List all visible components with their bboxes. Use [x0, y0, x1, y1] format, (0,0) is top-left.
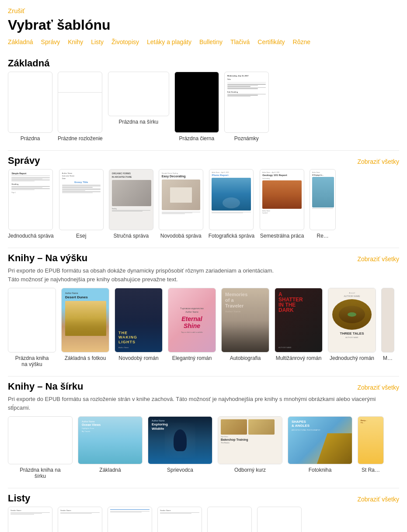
template-simple-novel[interactable]: A novel AUTHOR NAME THREE TALES AUTHOR N… [328, 288, 376, 367]
template-photobook-label: Fotokniha [309, 467, 332, 473]
template-essay[interactable]: Author Name Instructor Name Date Essay T… [59, 169, 104, 239]
books-landscape-show-all[interactable]: Zobraziť všetky [358, 384, 400, 391]
section-books-landscape-subtitle: Pri exporte do EPUB formátu sa rozloženi… [8, 395, 399, 412]
page-title: Vybrať šablónu [0, 17, 407, 38]
template-simple-novel-label: Jednoduchý román [330, 355, 374, 361]
template-recipe-partial-thumb: Recip… Ra… [358, 416, 384, 464]
template-basic-landscape-label: Základná [99, 467, 121, 473]
books-portrait-show-all[interactable]: Zobraziť všetky [358, 256, 400, 263]
template-essay-label: Esej [76, 233, 86, 239]
template-basic-photo[interactable]: Author Name Desert Dunes Základná s fotk… [61, 288, 109, 367]
template-more-book-thumb [381, 288, 394, 352]
tab-tlaciva[interactable]: Tlačivá [230, 38, 250, 45]
template-training[interactable]: Style Edition Bakeshop Training The Basi… [218, 416, 282, 479]
template-list-6[interactable] [257, 507, 302, 532]
tab-listy[interactable]: Listy [91, 38, 104, 45]
template-notes-thumb: Wednesday, July 15, 2017 Title Sub Headi… [224, 72, 269, 133]
template-basic-photo-thumb: Author Name Desert Dunes [61, 288, 109, 352]
section-books-landscape-title: Knihy – Na šírku [8, 381, 83, 392]
template-blank-layout-label: Prázdne rozloženie [58, 135, 103, 142]
nav-tabs: Základná Správy Knihy Listy Životopisy L… [0, 38, 407, 53]
section-books-landscape: Knihy – Na šírku Zobraziť všetky Pri exp… [0, 377, 407, 488]
template-simple-report[interactable]: Simple Report Heading Page 1 Jednoduchá … [8, 169, 54, 239]
template-list-5[interactable] [207, 507, 252, 532]
template-list-3-thumb [108, 507, 152, 532]
template-brief-report[interactable]: ORGANIC FORMS IN ARCHITECTURE Heading St… [109, 169, 153, 239]
template-notes-label: Poznámky [234, 135, 259, 142]
template-list-5-thumb [207, 507, 252, 532]
template-photobook-thumb: SHAPES& ANGLES ARCHITECTURAL PHOTOGRAPHY [288, 416, 352, 464]
template-recipe-partial[interactable]: Recip… Ra… St Ra… [358, 416, 384, 479]
template-modern-report[interactable]: Simple Home Styling Easy Decorating Novo… [159, 169, 203, 239]
basic-templates-row: Prázdna Prázdne rozloženie Prázdna na ší… [8, 72, 399, 142]
template-blank-landscape-wrap: Prázdna na šírku [108, 72, 169, 125]
template-semester[interactable]: Author Name — April 5, 2020 Geology 101 … [260, 169, 304, 239]
section-books-portrait-subtitle: Pri exporte do EPUB formátu sa obsah dok… [8, 266, 399, 283]
template-autobiography[interactable]: Memoriesof aTraveler Author Name Autobio… [221, 288, 269, 367]
section-basic-title: Základná [8, 58, 49, 69]
template-guide[interactable]: Author Name ExploringWildlife Sprievodca [148, 416, 212, 479]
template-blank-landscape-label: Prázdna na šírku [118, 119, 158, 125]
template-modern-novel[interactable]: THEWAKINGLIGHTS Author Name Novodobý rom… [115, 288, 163, 367]
template-photo-report[interactable]: Author Name — April 5, 2020 Photo Report… [209, 169, 254, 239]
template-semester-label: Semestrálna práca [260, 233, 304, 239]
template-recipe-partial-label: St Ra… [362, 467, 380, 473]
template-list-6-thumb [257, 507, 302, 532]
template-blank-landscape[interactable]: Prázdna na šírku [108, 72, 169, 142]
template-multigenre-thumb: ASHATTERIN THEDARK AUTHOR NAME [275, 288, 323, 352]
template-blank-black[interactable]: Prázdna čierna [174, 72, 219, 142]
template-list-2-thumb: Sender Name [58, 507, 102, 532]
template-list-2[interactable]: Sender Name [58, 507, 102, 532]
tab-bulletiny[interactable]: Bulletiny [199, 38, 223, 45]
template-blank[interactable]: Prázdna [8, 72, 52, 142]
template-blank-landscape-thumb [108, 72, 169, 116]
tab-rozne[interactable]: Rôzne [293, 38, 310, 45]
lists-show-all[interactable]: Zobraziť všetky [358, 496, 400, 503]
tab-knihy[interactable]: Knihy [68, 38, 83, 45]
section-lists: Listy Zobraziť všetky Sender Name Sender… [0, 488, 407, 532]
template-more-book[interactable]: M… [381, 288, 394, 367]
template-elegant-novel[interactable]: Търговски издателство Author Name Eterna… [168, 288, 216, 367]
tab-basic[interactable]: Základná [8, 38, 33, 45]
template-blank-black-label: Prázdna čierna [179, 135, 214, 142]
template-blank-layout[interactable]: Prázdne rozloženie [58, 72, 103, 142]
template-blank-book-portrait-thumb [8, 288, 56, 352]
template-blank-book-landscape[interactable]: Prázdna kniha na šírku [8, 416, 73, 479]
template-training-label: Odborný kurz [234, 467, 266, 473]
tab-letaky[interactable]: Letáky a plagáty [147, 38, 191, 45]
template-list-4-thumb: Sender Name [157, 507, 202, 532]
template-blank-thumb [8, 72, 52, 133]
template-training-thumb: Style Edition Bakeshop Training The Basi… [218, 416, 282, 464]
reports-templates-row: Simple Report Heading Page 1 Jednoduchá … [8, 169, 399, 239]
template-multigenre[interactable]: ASHATTERIN THEDARK AUTHOR NAME Multižánr… [275, 288, 323, 367]
template-guide-thumb: Author Name ExploringWildlife [148, 416, 212, 464]
books-portrait-templates-row: Prázdna knihana výšku Author Name Desert… [8, 288, 399, 367]
tab-certifikaty[interactable]: Certifikáty [257, 38, 285, 45]
template-elegant-novel-thumb: Търговски издателство Author Name Eterna… [168, 288, 216, 352]
tab-zivotopisy[interactable]: Životopisy [111, 38, 139, 45]
template-guide-label: Sprievodca [167, 467, 193, 473]
cancel-button[interactable]: Zrušiť [0, 0, 33, 17]
template-list-1[interactable]: Sender Name [8, 507, 52, 532]
template-modern-report-thumb: Simple Home Styling Easy Decorating [159, 169, 203, 230]
section-reports: Správy Zobraziť všetky Simple Report Hea… [0, 151, 407, 248]
section-reports-title: Správy [8, 155, 40, 166]
template-notes[interactable]: Wednesday, July 15, 2017 Title Sub Headi… [224, 72, 269, 142]
template-re[interactable]: Author Name A Voyage to… Re… [310, 169, 336, 239]
section-lists-title: Listy [8, 493, 30, 504]
template-re-label: Re… [317, 233, 328, 239]
template-brief-report-label: Stručná správa [113, 233, 149, 239]
template-semester-thumb: Author Name — April 5, 2020 Geology 101 … [260, 169, 304, 230]
template-photobook[interactable]: SHAPES& ANGLES ARCHITECTURAL PHOTOGRAPHY… [288, 416, 352, 479]
template-basic-landscape[interactable]: Author Name Ocean Views Highlights From … [78, 416, 143, 479]
tab-spravy[interactable]: Správy [41, 38, 60, 45]
template-blank-book-portrait[interactable]: Prázdna knihana výšku [8, 288, 56, 367]
template-photo-report-thumb: Author Name — April 5, 2020 Photo Report [209, 169, 254, 230]
template-blank-black-thumb [174, 72, 219, 133]
reports-show-all[interactable]: Zobraziť všetky [358, 158, 400, 165]
template-list-3[interactable] [108, 507, 152, 532]
template-simple-novel-thumb: A novel AUTHOR NAME THREE TALES AUTHOR N… [328, 288, 376, 352]
template-autobiography-thumb: Memoriesof aTraveler Author Name [221, 288, 269, 352]
template-list-4[interactable]: Sender Name [157, 507, 202, 532]
template-blank-book-landscape-label: Prázdna kniha na šírku [14, 467, 66, 479]
